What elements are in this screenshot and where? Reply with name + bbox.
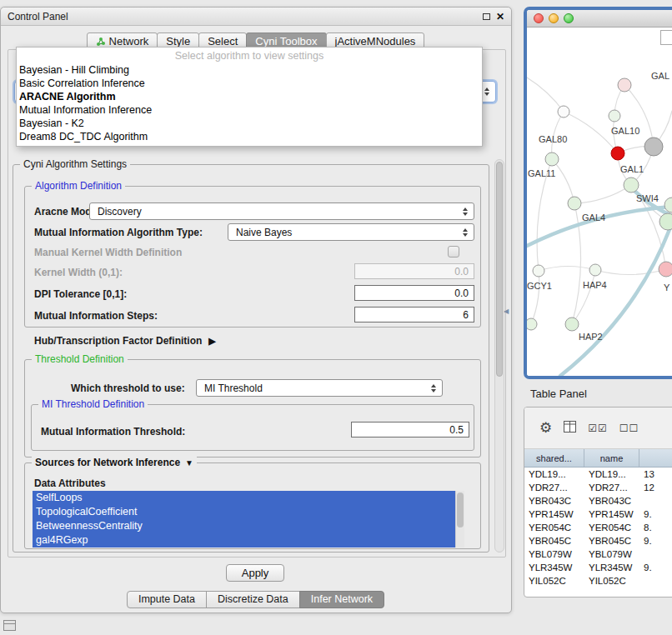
- table-cell: YPR145W: [584, 508, 639, 521]
- which-threshold-combo[interactable]: MI Threshold: [196, 379, 443, 397]
- table-cell: YER054C: [584, 521, 639, 534]
- network-canvas[interactable]: GALGAL80GAL10GAL11GAL1SWI4GAL4GCY1HAP4YH…: [527, 28, 672, 376]
- column-header-2[interactable]: [639, 449, 672, 467]
- network-node[interactable]: [659, 213, 672, 230]
- attribute-item-topologicalcoefficient[interactable]: TopologicalCoefficient: [33, 505, 455, 519]
- gear-icon[interactable]: ⚙: [539, 419, 552, 437]
- table-row[interactable]: YBR043CYBR043C: [524, 494, 672, 508]
- table-toolbar: ⚙ ☑☑ ☐☐: [524, 408, 672, 449]
- close-icon[interactable]: ✕: [496, 11, 504, 22]
- table-row[interactable]: YDL19...YDL19...13: [524, 468, 672, 481]
- network-node[interactable]: [624, 178, 639, 192]
- settings-scrollbar-thumb[interactable]: [496, 162, 503, 377]
- dpi-tolerance-field[interactable]: 0.0: [354, 285, 474, 301]
- network-node[interactable]: [659, 262, 672, 277]
- minimize-traffic-light[interactable]: [549, 13, 559, 23]
- table-cell: YBL079W: [584, 548, 639, 561]
- attribute-list[interactable]: SelfLoopsTopologicalCoefficientBetweenne…: [33, 491, 464, 548]
- node-label-hap2: HAP2: [579, 332, 603, 342]
- node-label-hap4: HAP4: [583, 280, 607, 290]
- sources-toggle[interactable]: Sources for Network Inference▼: [32, 457, 197, 468]
- network-node[interactable]: [611, 147, 624, 160]
- network-node[interactable]: [565, 318, 579, 331]
- table-cell: YDR27...: [584, 481, 639, 494]
- table-row[interactable]: YLR345WYLR345W9.: [524, 561, 672, 574]
- network-edge: [624, 85, 654, 147]
- hub-definition-toggle[interactable]: Hub/Transcription Factor Definition▶: [34, 335, 216, 347]
- combo-arrows-icon: [429, 380, 439, 396]
- network-node[interactable]: [589, 264, 601, 276]
- network-node[interactable]: [558, 106, 569, 118]
- network-node[interactable]: [644, 138, 663, 156]
- manual-kernel-label: Manual Kernel Width Definition: [34, 247, 182, 258]
- mi-steps-field[interactable]: 6: [354, 307, 474, 322]
- data-attributes-label: Data Attributes: [34, 478, 106, 489]
- kernel-width-field[interactable]: 0.0: [354, 263, 474, 279]
- table-cell: [639, 574, 672, 588]
- table-cell: 9.: [639, 534, 672, 548]
- network-node[interactable]: [533, 265, 544, 277]
- splitter-collapse-arrow[interactable]: ◀: [504, 305, 512, 318]
- manual-kernel-checkbox[interactable]: [448, 246, 459, 258]
- network-icon: [96, 37, 106, 47]
- column-header-name[interactable]: name: [584, 449, 639, 467]
- network-edge: [552, 159, 574, 203]
- network-view-window[interactable]: GALGAL80GAL10GAL11GAL1SWI4GAL4GCY1HAP4YH…: [524, 7, 672, 379]
- table-cell: YER054C: [524, 521, 584, 534]
- aracne-mode-combo[interactable]: Discovery: [89, 202, 474, 220]
- restore-panel-icon[interactable]: [3, 620, 16, 631]
- which-threshold-value: MI Threshold: [204, 382, 263, 394]
- columns-icon-glyph: [564, 421, 576, 432]
- network-node[interactable]: [568, 197, 581, 210]
- attribute-list-scrollbar[interactable]: [455, 491, 464, 548]
- table-cell: [639, 494, 672, 508]
- network-node[interactable]: [664, 198, 672, 212]
- network-edge: [572, 270, 595, 324]
- table-row[interactable]: YBL079WYBL079W: [524, 548, 672, 561]
- node-label-gal1: GAL1: [620, 164, 644, 174]
- control-panel-titlebar[interactable]: Control Panel ✕: [1, 8, 511, 26]
- deselect-all-icon[interactable]: ☐☐: [619, 422, 639, 434]
- apply-button[interactable]: Apply: [226, 564, 284, 582]
- tab-impute-data[interactable]: Impute Data: [127, 591, 207, 608]
- table-row[interactable]: YBR045CYBR045C9.: [524, 534, 672, 548]
- network-window-titlebar[interactable]: [527, 10, 672, 28]
- network-node[interactable]: [527, 318, 537, 330]
- network-node[interactable]: [609, 110, 620, 122]
- table-row[interactable]: YPR145WYPR145W9.: [524, 508, 672, 521]
- select-all-icon[interactable]: ☑☑: [588, 422, 608, 434]
- table-cell: YIL052C: [524, 574, 584, 588]
- attribute-item-betweennesscentrality[interactable]: BetweennessCentrality: [33, 519, 455, 533]
- algorithm-option-mutual-information-inference[interactable]: Mutual Information Inference: [17, 103, 482, 117]
- network-node[interactable]: [618, 78, 631, 92]
- node-label-gcy1: GCY1: [527, 281, 552, 291]
- zoom-traffic-light[interactable]: [564, 13, 574, 23]
- algorithm-option-basic-correlation-inference[interactable]: Basic Correlation Inference: [17, 77, 482, 90]
- node-label-gal: GAL: [651, 71, 669, 81]
- table-cell: 13: [639, 468, 672, 481]
- attribute-item-gal4rgexp[interactable]: gal4RGexp: [33, 533, 455, 548]
- table-row[interactable]: YIL052CYIL052C: [524, 574, 672, 588]
- algorithm-option-dream8-dc-tdc-algorithm[interactable]: Dream8 DC_TDC Algorithm: [17, 130, 482, 143]
- network-edge: [531, 271, 539, 324]
- tab-discretize-data[interactable]: Discretize Data: [206, 591, 300, 608]
- algorithm-option-bayesian-hill-climbing[interactable]: Bayesian - Hill Climbing: [17, 63, 482, 77]
- settings-scrollbar[interactable]: [494, 159, 504, 552]
- node-label-gal11: GAL11: [528, 168, 555, 178]
- columns-icon[interactable]: [564, 421, 576, 436]
- attribute-item-selfloops[interactable]: SelfLoops: [33, 491, 455, 505]
- table-cell: YBR045C: [524, 534, 584, 548]
- mi-type-combo[interactable]: Naive Bayes: [228, 223, 474, 241]
- close-traffic-light[interactable]: [534, 13, 544, 23]
- float-window-icon[interactable]: [483, 13, 490, 20]
- algorithm-option-aracne-algorithm[interactable]: ARACNE Algorithm: [17, 90, 482, 103]
- network-edge: [572, 203, 581, 324]
- combo-arrows-icon: [482, 82, 492, 102]
- column-header-shared-[interactable]: shared...: [524, 449, 584, 467]
- table-row[interactable]: YDR27...YDR27...12: [524, 481, 672, 494]
- algorithm-option-bayesian-k2[interactable]: Bayesian - K2: [17, 117, 482, 130]
- table-row[interactable]: YER054CYER054C8.: [524, 521, 672, 534]
- network-node[interactable]: [545, 152, 559, 166]
- tab-infer-network[interactable]: Infer Network: [299, 591, 384, 608]
- mi-threshold-field[interactable]: 0.5: [351, 422, 469, 438]
